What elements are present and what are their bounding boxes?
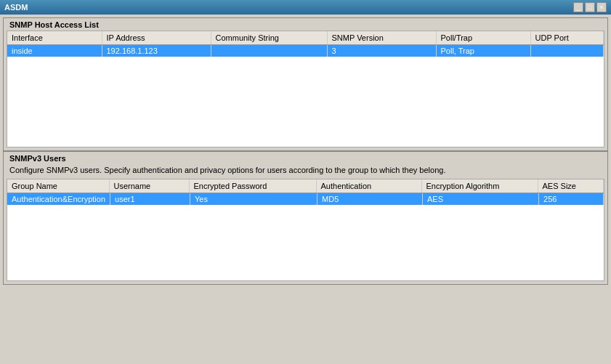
snmpv3-table-container: Group Name Username Encrypted Password A… xyxy=(7,179,604,281)
close-button[interactable]: × xyxy=(596,2,607,12)
snmp-host-panel: SNMP Host Access List Interface IP Addre… xyxy=(3,17,608,151)
col-udp-port: UDP Port xyxy=(530,31,604,45)
cell-aes-size: 256 xyxy=(539,193,604,205)
window-controls: _ □ × xyxy=(573,2,607,12)
snmp-host-data-table: inside 192.168.1.123 3 Poll, Trap xyxy=(7,45,604,57)
snmp-host-table-container: Interface IP Address Community String SN… xyxy=(7,31,604,147)
snmp-host-thead: Interface IP Address Community String SN… xyxy=(7,31,604,45)
cell-encrypted-password: Yes xyxy=(190,193,317,205)
cell-poll-trap: Poll, Trap xyxy=(436,45,530,57)
app-title: ASDM xyxy=(4,3,28,12)
snmpv3-tbody: Authentication&Encryption user1 Yes MD5 … xyxy=(7,193,604,205)
cell-username: user1 xyxy=(110,193,190,205)
snmpv3-table: Group Name Username Encrypted Password A… xyxy=(7,179,604,193)
col-authentication: Authentication xyxy=(316,179,421,193)
snmp-host-tbody: inside 192.168.1.123 3 Poll, Trap xyxy=(7,45,604,57)
snmpv3-description: Configure SNMPv3 users. Specify authenti… xyxy=(4,163,607,177)
snmpv3-body: Authentication&Encryption user1 Yes MD5 … xyxy=(7,193,604,280)
col-aes-size: AES Size xyxy=(538,179,604,193)
snmpv3-thead: Group Name Username Encrypted Password A… xyxy=(7,179,604,193)
snmpv3-header-row: Group Name Username Encrypted Password A… xyxy=(7,179,604,193)
col-community-string: Community String xyxy=(211,31,327,45)
minimize-button[interactable]: _ xyxy=(573,2,583,12)
title-bar: ASDM _ □ × xyxy=(0,0,611,15)
cell-snmp-version: 3 xyxy=(327,45,436,57)
col-encrypted-password: Encrypted Password xyxy=(189,179,316,193)
col-interface: Interface xyxy=(7,31,102,45)
snmpv3-data-table: Authentication&Encryption user1 Yes MD5 … xyxy=(7,193,604,205)
cell-authentication: MD5 xyxy=(317,193,423,205)
snmpv3-title: SNMPv3 Users xyxy=(4,152,607,163)
main-content: SNMP Host Access List Interface IP Addre… xyxy=(0,15,611,364)
cell-ip-address: 192.168.1.123 xyxy=(102,45,211,57)
table-row[interactable]: Authentication&Encryption user1 Yes MD5 … xyxy=(7,193,604,205)
col-encryption-algorithm: Encryption Algorithm xyxy=(421,179,538,193)
col-snmp-version: SNMP Version xyxy=(327,31,436,45)
snmp-host-header-row: Interface IP Address Community String SN… xyxy=(7,31,604,45)
maximize-button[interactable]: □ xyxy=(585,2,595,12)
snmp-host-title: SNMP Host Access List xyxy=(4,18,607,29)
snmp-host-body: inside 192.168.1.123 3 Poll, Trap xyxy=(7,45,604,147)
cell-encryption-algorithm: AES xyxy=(423,193,539,205)
col-ip-address: IP Address xyxy=(102,31,211,45)
col-poll-trap: Poll/Trap xyxy=(436,31,530,45)
snmp-host-table: Interface IP Address Community String SN… xyxy=(7,31,604,45)
cell-interface: inside xyxy=(7,45,102,57)
cell-community-string xyxy=(211,45,327,57)
col-group-name: Group Name xyxy=(7,179,109,193)
cell-udp-port xyxy=(530,45,604,57)
col-username: Username xyxy=(109,179,189,193)
cell-group-name: Authentication&Encryption xyxy=(7,193,110,205)
snmpv3-panel: SNMPv3 Users Configure SNMPv3 users. Spe… xyxy=(3,151,608,285)
table-row[interactable]: inside 192.168.1.123 3 Poll, Trap xyxy=(7,45,604,57)
